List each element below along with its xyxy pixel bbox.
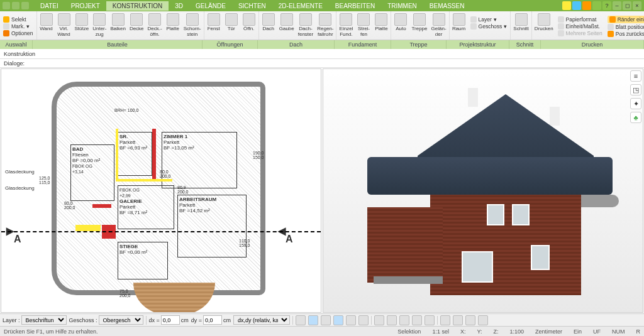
z-label: Z:	[493, 328, 498, 335]
snap-icon-2[interactable]	[308, 315, 318, 325]
drucken-button[interactable]: Drucken	[533, 13, 555, 40]
tool-icon	[130, 13, 143, 26]
tool-icon-c[interactable]	[399, 315, 409, 325]
tool-icon-a[interactable]	[374, 315, 384, 325]
layer-select[interactable]: Beschriftun	[21, 315, 67, 325]
geschoss-button[interactable]: Geschoss ▾	[470, 23, 508, 30]
compass-icon[interactable]: ✦	[630, 98, 641, 109]
close-icon[interactable]: ×	[633, 1, 641, 10]
tool-icon-i[interactable]	[478, 315, 488, 325]
pos-reset-button[interactable]: Pos zurücksetz.	[608, 31, 644, 37]
dach-button[interactable]: Dach- fenster	[296, 13, 315, 40]
help-icon[interactable]: ?	[602, 1, 611, 10]
menu-tab-datei[interactable]: DATEI	[34, 1, 65, 11]
x-label: X:	[460, 328, 466, 335]
tool-icon-d[interactable]	[412, 315, 422, 325]
ein-label: Ein	[574, 328, 582, 335]
layers-icon[interactable]: ≡	[630, 70, 641, 82]
strei-button[interactable]: Strei- fen	[355, 13, 372, 40]
geln-button[interactable]: Gelän- der	[430, 13, 448, 40]
fenst-button[interactable]: Fenst	[205, 13, 223, 40]
layer-button[interactable]: Layer ▾	[470, 16, 508, 23]
schorn-button[interactable]: Schorn- stein	[182, 13, 203, 40]
papierformat-button[interactable]: Papierformat	[558, 16, 602, 23]
cube-icon[interactable]: ◳	[630, 84, 641, 95]
snap-icon-1[interactable]	[296, 315, 306, 325]
deck-button[interactable]: Deck.- öffn.	[146, 13, 164, 40]
menu-tab-bemassen[interactable]: BEMASSEN	[423, 1, 471, 11]
decke-button[interactable]: Decke	[128, 13, 146, 40]
einheit-button[interactable]: Einheit/Maßst.	[558, 23, 602, 30]
scale-label: 1:100	[509, 328, 524, 335]
mehrere-seiten-button[interactable]: Mehrere Seiten	[558, 30, 602, 36]
dach-button[interactable]: Dach	[260, 13, 277, 40]
redo-icon[interactable]	[21, 2, 29, 9]
platte-button[interactable]: Platte	[372, 13, 390, 40]
snap-icon-6[interactable]	[358, 315, 369, 325]
menu-tab-3d[interactable]: 3D	[169, 1, 189, 11]
tool-icon-f[interactable]	[440, 315, 450, 325]
dx-input[interactable]	[161, 315, 180, 325]
tool-icon-3[interactable]	[582, 1, 591, 10]
tool-icon-4[interactable]	[592, 1, 601, 10]
floorplan-pane[interactable]: Glasdeckung Glasdeckung BADFliesenBF =0,…	[1, 68, 321, 313]
platte-button[interactable]: Platte	[164, 13, 182, 40]
section-icon	[515, 13, 528, 26]
menu-tab-trimmen[interactable]: TRIMMEN	[381, 1, 423, 11]
einzel-button[interactable]: Einzel Fund.	[337, 13, 355, 40]
blatt-position-button[interactable]: Blatt position.	[608, 24, 644, 30]
balken-button[interactable]: Balken	[108, 13, 127, 40]
unit-label: Zentimeter	[535, 328, 562, 335]
sttze-button[interactable]: Stütze	[73, 13, 91, 40]
r-label: R	[636, 328, 641, 335]
treppe-button[interactable]: Treppe	[409, 13, 429, 40]
menu-tab-2d-elemente[interactable]: 2D-ELEMENTE	[272, 1, 329, 11]
snap-icon-3[interactable]	[321, 315, 331, 325]
schnitt-button[interactable]: Schnitt	[511, 13, 530, 40]
snap-icon-4[interactable]	[333, 315, 343, 325]
minimize-icon[interactable]: –	[613, 1, 621, 10]
ffn-button[interactable]: Öffn.	[240, 13, 258, 40]
dim-7: 80,0 200,0	[160, 170, 171, 178]
tool-icon-b[interactable]	[387, 315, 397, 325]
group-fundament: Einzel Fund.Strei- fenPlatte	[336, 11, 391, 40]
ruler-icon	[558, 23, 564, 30]
raender-button[interactable]: Ränder einblend.	[608, 16, 644, 23]
menu-tab-konstruktion[interactable]: KONSTRUKTION	[106, 1, 169, 11]
fp-wall-red-1	[152, 129, 156, 179]
tool-icon	[112, 13, 125, 26]
unter-button[interactable]: Unter- zug	[91, 13, 108, 40]
gaube-button[interactable]: Gaube	[277, 13, 296, 40]
tool-icon-h[interactable]	[465, 315, 475, 325]
undo-icon[interactable]	[12, 2, 19, 9]
wand-button[interactable]: Wand	[38, 13, 55, 40]
door-1	[462, 251, 493, 283]
optionen-button[interactable]: Optionen	[3, 30, 33, 36]
maximize-icon[interactable]: ◻	[623, 1, 631, 10]
group-auswahl: Selekt Mark. ▾ Optionen	[0, 11, 37, 40]
tr-button[interactable]: Tür	[223, 13, 240, 40]
tool-icon-g[interactable]	[453, 315, 463, 325]
auto-button[interactable]: Auto	[392, 13, 409, 40]
selekt-button[interactable]: Selekt	[3, 16, 33, 23]
tool-icon-2[interactable]	[572, 1, 581, 10]
tool-icon	[375, 13, 387, 26]
glasdeckung-label-2: Glasdeckung	[5, 186, 35, 192]
tool-icon-e[interactable]	[425, 315, 435, 325]
render-pane[interactable]: ≡ ◳ ✦ ♣	[323, 68, 643, 313]
tool-icon-1[interactable]	[562, 1, 571, 10]
virt-button[interactable]: Virt. Wand	[55, 13, 73, 40]
regen-button[interactable]: Regen- fallrohr	[315, 13, 335, 40]
dy-input[interactable]	[203, 315, 222, 325]
tree-icon[interactable]: ♣	[630, 112, 641, 123]
app-icon[interactable]	[3, 2, 10, 9]
mark-button[interactable]: Mark. ▾	[3, 23, 33, 30]
snap-icon-5[interactable]	[346, 315, 356, 325]
menu-tab-sichten[interactable]: SICHTEN	[232, 1, 272, 11]
raum-button[interactable]: Raum	[450, 13, 468, 40]
geschoss-select[interactable]: Obergesch	[99, 315, 143, 325]
menu-tab-gelände[interactable]: GELÄNDE	[189, 1, 232, 11]
menu-tab-projekt[interactable]: PROJEKT	[65, 1, 106, 11]
coord-mode-select[interactable]: dx,dy (relativ, ka	[233, 315, 290, 325]
menu-tab-bearbeiten[interactable]: BEARBEITEN	[329, 1, 381, 11]
